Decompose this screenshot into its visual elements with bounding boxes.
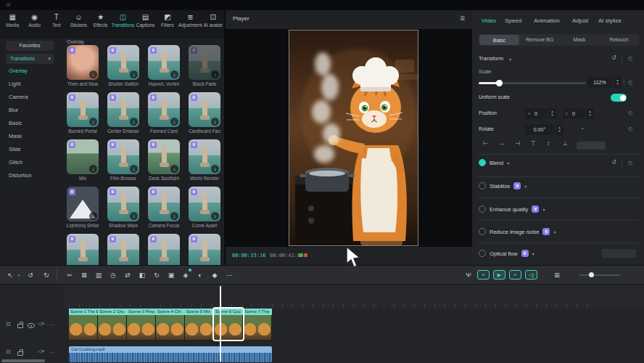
transition-thumb[interactable]: ♛↓ (67, 45, 99, 80)
uniform-scale-toggle[interactable] (611, 94, 627, 102)
toolbar-item-audio[interactable]: ◉Audio (23, 13, 45, 37)
subtab-basic[interactable]: Basic (479, 35, 519, 45)
keyframe-icon[interactable]: ◇ (625, 55, 635, 62)
display-mode-icon[interactable]: ⊞ (551, 269, 563, 281)
mute-icon[interactable]: ◁× (38, 348, 44, 354)
category-slide[interactable]: Slide (9, 146, 21, 158)
split-tool-icon[interactable]: ✂ (64, 269, 75, 281)
stabilize-section[interactable]: Stabilize ♛ ▾ (479, 182, 527, 189)
stepper-down-icon[interactable]: ▾ (614, 82, 622, 86)
transition-thumb[interactable]: ♛↓ (67, 92, 99, 127)
timeline-clip[interactable]: Scene 3 Prep (127, 309, 156, 340)
toolbar-item-media[interactable]: ▦Media (1, 13, 23, 37)
play-button[interactable]: ▶ (493, 270, 505, 280)
rotate-dial-icon[interactable]: ◔ (580, 126, 584, 132)
reset-icon[interactable]: ↺ (611, 159, 616, 166)
freeze-tool-icon[interactable]: ▥ (93, 269, 104, 281)
timeline-clip[interactable]: Scene 7 Tha (243, 309, 272, 340)
redo-icon[interactable]: ↻ (41, 269, 52, 281)
enhance-quality-section[interactable]: Enhance quality ♛ ▾ (479, 205, 545, 213)
timeline-zoom-handle[interactable] (589, 272, 594, 277)
transition-thumb[interactable]: ♛↓ (107, 92, 139, 127)
audio-clip[interactable]: Cat Cooking.mp3 (69, 346, 272, 362)
reset-icon[interactable]: ↺ (611, 54, 616, 61)
align-left-icon[interactable]: ⊢ (483, 140, 488, 147)
favorites-button[interactable]: Favorites (6, 41, 54, 51)
toolbar-item-transitions[interactable]: ◫Transitions (112, 13, 135, 37)
category-light[interactable]: Light (9, 81, 20, 92)
timeline-zoom-slider[interactable] (579, 274, 621, 276)
toolbar-item-text[interactable]: TText (46, 13, 67, 37)
optical-flow-option-button[interactable] (602, 249, 636, 258)
reverse-tool-icon[interactable]: ⇄ (122, 269, 133, 281)
mic-icon[interactable]: Ψ (463, 269, 474, 281)
prev-frame-button[interactable]: « (477, 270, 490, 280)
transition-thumb[interactable]: ♛↓ (148, 139, 180, 174)
scale-value-input[interactable]: 112% (587, 77, 612, 88)
align-bottom-icon[interactable]: ⊥ (563, 140, 568, 147)
video-preview[interactable] (289, 30, 418, 245)
window-menu-icon[interactable]: ⊞ (6, 1, 11, 8)
toolbar-item-adjustment[interactable]: ≣Adjustment (178, 13, 202, 37)
optical-flow-checkbox[interactable] (479, 250, 486, 257)
mute-icon[interactable]: ◁× (38, 321, 44, 327)
category-distortion[interactable]: Distortion (9, 172, 32, 184)
transition-thumb[interactable]: ♛ (148, 234, 180, 265)
keyframe-icon[interactable]: ◇ (625, 126, 635, 132)
transition-thumb[interactable]: ♛↓ (67, 139, 99, 174)
player-menu-icon[interactable]: ≣ (460, 15, 466, 22)
rotate-stepper[interactable]: ▴▾ (556, 124, 564, 135)
position-x-stepper[interactable]: ▴▾ (548, 108, 556, 119)
keyframe-icon[interactable]: ◇ (625, 79, 635, 86)
reduce-noise-section[interactable]: Reduce image noise ♛ ▾ (479, 228, 556, 235)
align-top-icon[interactable]: ⊤ (531, 140, 536, 147)
transition-thumb[interactable]: ♛ (107, 234, 139, 265)
timeline-clip[interactable]: Scene 2 Cho (98, 309, 127, 340)
transition-thumb[interactable]: ♛↓ (148, 45, 180, 80)
transition-thumb[interactable]: ♛ (189, 234, 220, 265)
category-mask[interactable]: Mask (9, 133, 22, 144)
stepper-down-icon[interactable]: ▾ (586, 113, 594, 117)
track-menu-icon[interactable]: ⊡ (6, 348, 11, 355)
tab-adjust[interactable]: Adjust (572, 17, 588, 24)
timeline-clip[interactable]: Scene 5 Mix (185, 309, 214, 340)
transition-thumb[interactable]: ♛↓ (148, 92, 180, 127)
more-tools-icon[interactable]: ⋯ (223, 269, 235, 281)
collection-dropdown[interactable]: Transitions ▾ (6, 54, 54, 64)
enhance-quality-checkbox[interactable] (479, 205, 486, 213)
tab-speed[interactable]: Speed (505, 17, 521, 24)
timeline-clip[interactable]: Scene 1 The E (69, 309, 98, 340)
scale-slider-handle[interactable] (496, 80, 503, 86)
keyframe-icon[interactable]: ◇ (625, 160, 635, 166)
transition-thumb[interactable]: ♛↓ (189, 45, 220, 80)
tab-animation[interactable]: Animation (534, 17, 560, 24)
toolbar-item-ai-avatar[interactable]: ⊡AI avatar (202, 13, 224, 37)
next-frame-button[interactable]: » (509, 270, 521, 280)
timeline-clip-selected[interactable]: Scene 6 Cou (214, 309, 243, 340)
track-menu-icon[interactable]: ⊡ (6, 321, 11, 327)
subtab-retouch[interactable]: Retouch (599, 34, 639, 46)
align-center-h-icon[interactable]: ↔ (499, 140, 505, 147)
stabilize-checkbox[interactable] (479, 182, 486, 189)
category-blur[interactable]: Blur (9, 107, 18, 118)
position-y-stepper[interactable]: ▴▾ (586, 108, 594, 119)
transition-thumb[interactable]: ♛↓ (107, 187, 139, 221)
category-camera[interactable]: Camera (9, 94, 28, 105)
blend-section[interactable]: Blend ▾ (479, 159, 509, 166)
transform-section-title[interactable]: Transform (479, 55, 503, 62)
transition-thumb[interactable]: ♛↓ (107, 45, 139, 80)
toolbar-item-effects[interactable]: ★Effects (89, 13, 111, 37)
horizontal-scrollbar[interactable] (1, 359, 45, 362)
timeline-clip[interactable]: Scene 4 Chi (156, 309, 185, 340)
reduce-noise-checkbox[interactable] (479, 228, 486, 235)
lock-icon[interactable] (17, 324, 23, 328)
align-center-v-icon[interactable]: ↕ (547, 140, 550, 147)
keyframe-tool-icon[interactable]: ◆ (209, 269, 220, 281)
delete-tool-icon[interactable]: ⊠ (78, 269, 90, 281)
category-basic[interactable]: Basic (9, 120, 22, 131)
optical-flow-section[interactable]: Optical flow ♛ ▾ (479, 250, 534, 257)
undo-icon[interactable]: ↺ (25, 269, 36, 281)
tab-video[interactable]: Video (482, 17, 496, 24)
toolbar-item-filters[interactable]: ◩Filters (157, 13, 178, 37)
stepper-down-icon[interactable]: ▾ (548, 113, 556, 117)
